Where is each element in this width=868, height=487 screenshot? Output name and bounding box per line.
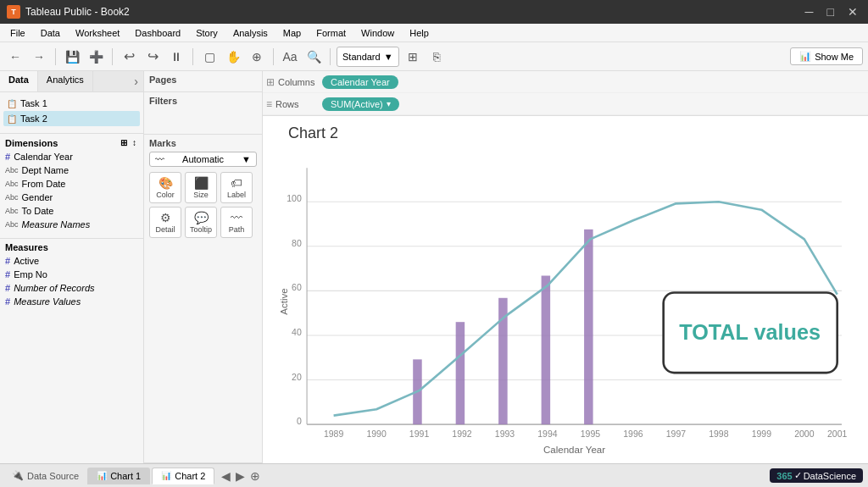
detail-button[interactable]: ⚙ Detail: [149, 207, 181, 238]
field-from-date[interactable]: Abc From Date: [0, 177, 143, 191]
chart2-tab[interactable]: 📊 Chart 2: [152, 468, 214, 484]
color-button[interactable]: 🎨 Color: [149, 172, 181, 203]
middle-panel: Pages Filters Marks 〰 Automatic ▼ 🎨 Colo…: [144, 71, 263, 463]
menu-data[interactable]: Data: [34, 26, 67, 40]
field-emp-no[interactable]: # Emp No: [0, 268, 143, 281]
panel-close-button[interactable]: ›: [129, 71, 143, 91]
tab-left-button[interactable]: ◀: [220, 469, 232, 483]
tooltip-button[interactable]: 💬 Tooltip: [185, 207, 217, 238]
dimensions-icons: ⊞ ↕: [119, 137, 138, 148]
filters-panel: Filters: [144, 92, 262, 135]
svg-text:1995: 1995: [581, 429, 601, 439]
chart2-label: Chart 2: [175, 471, 205, 481]
chart1-tab[interactable]: 📊 Chart 1: [87, 468, 150, 484]
show-me-label: Show Me: [815, 52, 854, 62]
left-panel: Data Analytics › 📋 Task 1 📋 Task 2 Dimen…: [0, 71, 144, 463]
field-measure-names[interactable]: Abc Measure Names: [0, 218, 143, 231]
dept-name-icon: Abc: [5, 166, 19, 174]
select-tool[interactable]: ▢: [199, 47, 220, 67]
zoom-tool[interactable]: ⊕: [247, 47, 267, 67]
chart1-icon: 📊: [97, 471, 107, 480]
share-button[interactable]: ⎘: [426, 47, 447, 67]
menu-window[interactable]: Window: [354, 26, 401, 40]
field-to-date[interactable]: Abc To Date: [0, 204, 143, 218]
color-icon: 🎨: [159, 176, 173, 190]
menu-format[interactable]: Format: [309, 26, 353, 40]
minimize-button[interactable]: ─: [802, 5, 817, 19]
rows-pill[interactable]: SUM(Active) ▾: [322, 97, 399, 111]
path-button[interactable]: 〰 Path: [220, 207, 253, 238]
dimensions-sort-icon[interactable]: ↕: [131, 137, 138, 148]
save-button[interactable]: 💾: [62, 47, 82, 67]
measure-names-icon: Abc: [5, 220, 19, 229]
highlight-tool[interactable]: 🔍: [303, 47, 324, 67]
menu-map[interactable]: Map: [276, 26, 308, 40]
columns-icon: ⊞: [266, 76, 275, 88]
fit-button[interactable]: ⊞: [403, 47, 423, 67]
filters-title: Filters: [149, 96, 257, 106]
rows-shelf: ≡ Rows SUM(Active) ▾: [263, 93, 868, 115]
task-1-item[interactable]: 📋 Task 1: [3, 96, 140, 111]
field-calendar-year[interactable]: # Calendar Year: [0, 150, 143, 163]
number-records-icon: #: [5, 283, 10, 293]
tab-data[interactable]: Data: [0, 71, 38, 91]
pause-button[interactable]: ⏸: [166, 47, 186, 67]
field-active[interactable]: # Active: [0, 254, 143, 268]
field-gender[interactable]: Abc Gender: [0, 191, 143, 204]
tab-analytics[interactable]: Analytics: [38, 71, 93, 91]
dimensions-search-icon[interactable]: ⊞: [119, 137, 129, 148]
tab-controls: ◀ ▶ ⊕: [220, 469, 262, 483]
marks-type-dropdown[interactable]: 〰 Automatic ▼: [149, 152, 257, 167]
toolbar-separator-1: [55, 48, 56, 65]
back-button[interactable]: ←: [5, 47, 25, 67]
close-button[interactable]: ✕: [844, 5, 861, 19]
menu-analysis[interactable]: Analysis: [226, 26, 275, 40]
path-label: Path: [229, 225, 245, 234]
marks-type-icon: 〰: [155, 154, 164, 164]
menu-file[interactable]: File: [3, 26, 32, 40]
label-tool[interactable]: Aa: [280, 47, 300, 67]
columns-shelf: ⊞ Columns Calendar Year: [263, 71, 868, 93]
data-source-tab[interactable]: 🔌 Data Source: [5, 468, 86, 484]
field-measure-values[interactable]: # Measure Values: [0, 295, 143, 308]
detail-label: Detail: [155, 225, 175, 234]
marks-buttons: 🎨 Color ⬛ Size 🏷 Label ⚙ Detail 💬 T: [149, 172, 257, 238]
menu-story[interactable]: Story: [189, 26, 225, 40]
field-dept-name[interactable]: Abc Dept Name: [0, 163, 143, 177]
measure-values-icon: #: [5, 296, 10, 307]
menu-help[interactable]: Help: [403, 26, 436, 40]
menu-dashboard[interactable]: Dashboard: [128, 26, 187, 40]
task-2-item[interactable]: 📋 Task 2: [3, 111, 140, 126]
tab-right-button[interactable]: ▶: [234, 469, 247, 483]
undo-button[interactable]: ↩: [119, 47, 139, 67]
redo-button[interactable]: ↪: [142, 47, 163, 67]
svg-text:1990: 1990: [366, 429, 387, 439]
task-1-label: Task 1: [20, 98, 47, 108]
measures-label: Measures: [5, 242, 48, 252]
active-label: Active: [14, 256, 39, 266]
svg-text:0: 0: [297, 416, 302, 426]
label-button[interactable]: 🏷 Label: [220, 172, 253, 203]
size-button[interactable]: ⬛ Size: [185, 172, 217, 203]
toolbar-separator-5: [330, 48, 331, 65]
marks-type-label: Automatic: [182, 154, 224, 164]
show-me-button[interactable]: 📊 Show Me: [790, 47, 863, 65]
label-icon: 🏷: [231, 176, 242, 190]
rows-label: ≡ Rows: [266, 98, 317, 110]
toolbar: ← → 💾 ➕ ↩ ↪ ⏸ ▢ ✋ ⊕ Aa 🔍 Standard ▼ ⊞ ⎘ …: [0, 42, 868, 71]
from-date-icon: Abc: [5, 180, 19, 188]
forward-button[interactable]: →: [29, 47, 49, 67]
chart-icon: 📊: [799, 51, 811, 62]
svg-rect-30: [456, 322, 465, 424]
field-number-records[interactable]: # Number of Records: [0, 281, 143, 295]
columns-pill[interactable]: Calendar Year: [322, 75, 398, 89]
menu-worksheet[interactable]: Worksheet: [69, 26, 126, 40]
restore-button[interactable]: □: [824, 5, 837, 19]
add-button[interactable]: ➕: [86, 47, 106, 67]
standard-dropdown[interactable]: Standard ▼: [337, 47, 399, 67]
pan-tool[interactable]: ✋: [223, 47, 243, 67]
svg-text:1989: 1989: [324, 429, 344, 439]
tab-add-button[interactable]: ⊕: [248, 469, 262, 483]
chart-container: Active 0 20 40 60 80 100: [271, 149, 860, 454]
rows-text: Rows: [275, 99, 299, 109]
